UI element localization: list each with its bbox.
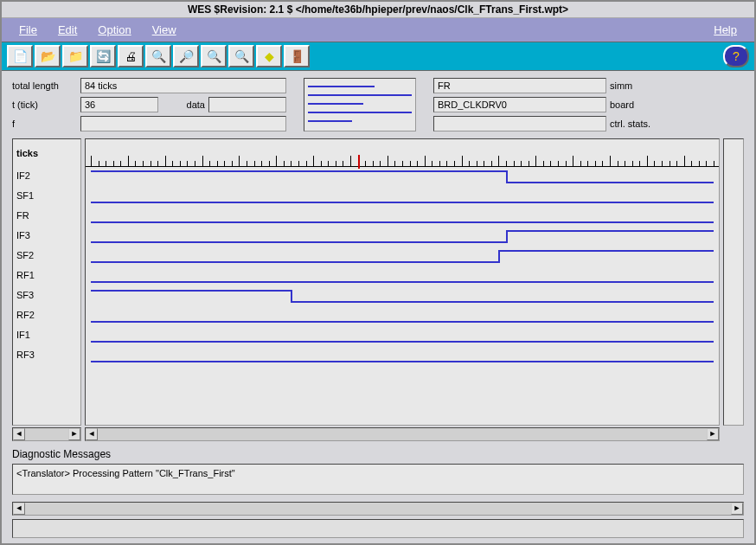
scroll-left-icon[interactable]: ◄: [13, 428, 25, 440]
zoom-fit-button[interactable]: 🔍: [228, 45, 254, 67]
signal-name-RF3[interactable]: RF3: [16, 346, 77, 366]
simm-label: simm: [610, 80, 666, 91]
signal-name-RF1[interactable]: RF1: [16, 266, 77, 286]
waves-container: [86, 167, 719, 367]
signal-name-IF1[interactable]: IF1: [16, 326, 77, 346]
reload-button[interactable]: 🔄: [90, 45, 116, 67]
zoom-out-button[interactable]: 🔎: [173, 45, 199, 67]
scroll-right-icon[interactable]: ►: [707, 428, 719, 440]
signal-names-panel: ticks IF2SF1FRIF3SF2RF1SF3RF2IF1RF3: [12, 138, 81, 426]
new-button[interactable]: 📄: [7, 45, 33, 67]
window-title: WES $Revision: 2.1 $ </home/te36b/hpiepe…: [2, 2, 754, 18]
cursor-line[interactable]: [358, 155, 360, 169]
wave-SF2[interactable]: [86, 247, 719, 267]
names-hscroll[interactable]: ◄ ►: [12, 427, 81, 441]
print-button[interactable]: 🖨: [118, 45, 144, 67]
scroll-left-icon[interactable]: ◄: [86, 428, 98, 440]
total-length-label: total length: [12, 80, 77, 91]
scroll-left-icon[interactable]: ◄: [13, 503, 25, 515]
wave-RF2[interactable]: [86, 307, 719, 327]
board-field[interactable]: BRD_CLKDRV0: [433, 97, 606, 112]
menu-option[interactable]: Option: [87, 22, 141, 38]
signal-name-IF2[interactable]: IF2: [16, 167, 77, 187]
menu-edit[interactable]: Edit: [48, 22, 87, 38]
help-button[interactable]: ?: [723, 45, 749, 67]
info-panel: total length 84 ticks t (tick) 36 data f…: [2, 71, 754, 138]
zoom-select-button[interactable]: 🔍: [201, 45, 227, 67]
menu-view[interactable]: View: [142, 22, 187, 38]
signal-name-SF3[interactable]: SF3: [16, 286, 77, 306]
wave-IF2[interactable]: [86, 168, 719, 188]
main-window: WES $Revision: 2.1 $ </home/te36b/hpiepe…: [0, 0, 756, 545]
tick-ruler: [86, 143, 719, 167]
save-button[interactable]: 📁: [62, 45, 88, 67]
overview-waveform[interactable]: [304, 78, 416, 131]
diagnostic-hscroll[interactable]: ◄ ►: [12, 502, 744, 516]
scroll-right-icon[interactable]: ►: [68, 428, 80, 440]
signal-name-SF2[interactable]: SF2: [16, 247, 77, 266]
menu-help[interactable]: Help: [703, 22, 747, 38]
exit-button[interactable]: 🚪: [284, 45, 310, 67]
open-button[interactable]: 📂: [35, 45, 61, 67]
ctrl-stats-label: ctrl. stats.: [610, 119, 666, 129]
wave-SF1[interactable]: [86, 188, 719, 208]
data-field[interactable]: [208, 97, 286, 112]
ctrl-field[interactable]: [433, 116, 606, 131]
f-label: f: [12, 119, 77, 129]
wave-SF3[interactable]: [86, 287, 719, 307]
t-tick-field[interactable]: 36: [80, 97, 158, 112]
wave-RF1[interactable]: [86, 267, 719, 287]
signal-name-FR[interactable]: FR: [16, 207, 77, 227]
track-panel: [723, 138, 744, 426]
wave-IF3[interactable]: [86, 228, 719, 247]
waveform-hscroll[interactable]: ◄ ►: [85, 427, 720, 441]
menubar: File Edit Option View Help: [2, 18, 754, 42]
toolbar: 📄 📂 📁 🔄 🖨 🔍 🔎 🔍 🔍 ◆ 🚪 ?: [2, 42, 754, 71]
diagnostic-messages[interactable]: <Translator> Processing Pattern "Clk_FTr…: [12, 464, 744, 495]
status-bar: [12, 519, 744, 538]
signal-name-SF1[interactable]: SF1: [16, 187, 77, 207]
signal-name-IF3[interactable]: IF3: [16, 227, 77, 247]
wave-RF3[interactable]: [86, 347, 719, 367]
total-length-field[interactable]: 84 ticks: [80, 78, 286, 93]
waveform-area[interactable]: [85, 138, 720, 426]
zoom-in-button[interactable]: 🔍: [145, 45, 171, 67]
board-label: board: [610, 99, 666, 110]
marker-button[interactable]: ◆: [256, 45, 282, 67]
menu-file[interactable]: File: [9, 22, 48, 38]
wave-FR[interactable]: [86, 208, 719, 228]
scroll-right-icon[interactable]: ►: [731, 503, 743, 515]
f-field[interactable]: [80, 116, 286, 131]
data-label: data: [162, 99, 205, 110]
simm-field[interactable]: FR: [433, 78, 606, 93]
diagnostic-title: Diagnostic Messages: [12, 448, 744, 460]
main-area: ticks IF2SF1FRIF3SF2RF1SF3RF2IF1RF3: [2, 138, 754, 426]
t-tick-label: t (tick): [12, 99, 77, 110]
ticks-header: ticks: [16, 143, 77, 167]
signal-name-RF2[interactable]: RF2: [16, 306, 77, 326]
wave-IF1[interactable]: [86, 327, 719, 347]
